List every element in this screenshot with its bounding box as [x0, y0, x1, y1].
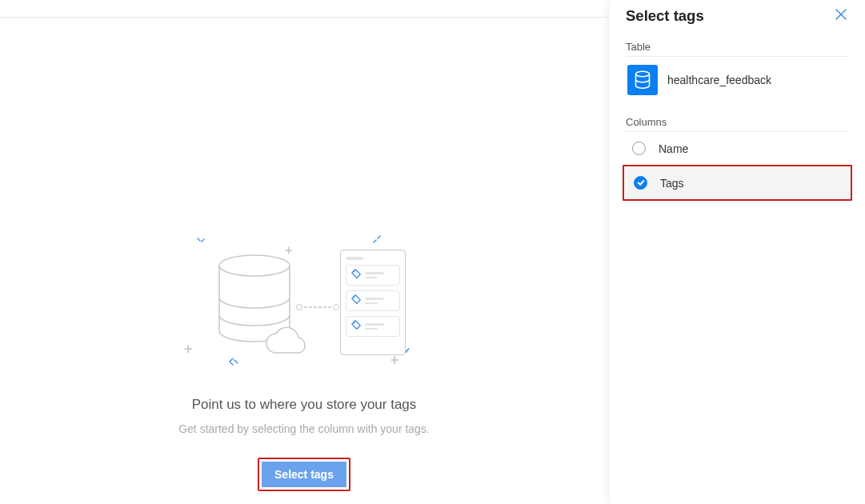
- svg-point-2: [353, 296, 354, 298]
- columns-section-label: Columns: [626, 116, 849, 128]
- select-tags-panel: Select tags Table healthcare_feedback Co…: [610, 0, 865, 504]
- column-option-label: Name: [659, 142, 688, 155]
- highlight-box: Tags: [623, 165, 852, 201]
- svg-point-0: [219, 255, 290, 276]
- connection-line: [296, 304, 339, 310]
- close-icon[interactable]: [833, 6, 849, 25]
- table-name: healthcare_feedback: [667, 74, 771, 86]
- cloud-icon: [262, 326, 310, 362]
- svg-point-4: [636, 71, 650, 76]
- sparkle-icon: [371, 234, 382, 247]
- select-tags-button[interactable]: Select tags: [262, 462, 346, 487]
- table-preview-icon: [340, 250, 406, 355]
- column-option-tags[interactable]: Tags: [624, 166, 851, 199]
- column-option-label: Tags: [660, 177, 684, 190]
- tags-illustration: + + +: [200, 242, 408, 370]
- panel-title: Select tags: [626, 7, 704, 25]
- radio-checked-icon: [634, 176, 647, 190]
- sparkle-icon: [228, 356, 239, 370]
- table-section-label: Table: [626, 41, 849, 53]
- highlight-box: Select tags: [258, 458, 350, 491]
- svg-point-3: [353, 322, 354, 323]
- table-row[interactable]: healthcare_feedback: [626, 57, 849, 111]
- column-option-name[interactable]: Name: [626, 132, 849, 165]
- main-empty-state: + + +: [0, 18, 608, 491]
- columns-section: Columns Name Tags: [626, 116, 849, 201]
- sparkle-icon: [195, 237, 206, 250]
- empty-state-heading: Point us to where you store your tags: [0, 397, 608, 413]
- empty-state-subtext: Get started by selecting the column with…: [0, 422, 608, 435]
- database-icon: [627, 65, 658, 95]
- radio-unchecked-icon: [632, 142, 646, 155]
- svg-point-1: [353, 270, 354, 272]
- top-toolbar: [0, 0, 608, 18]
- plus-icon: +: [184, 341, 193, 358]
